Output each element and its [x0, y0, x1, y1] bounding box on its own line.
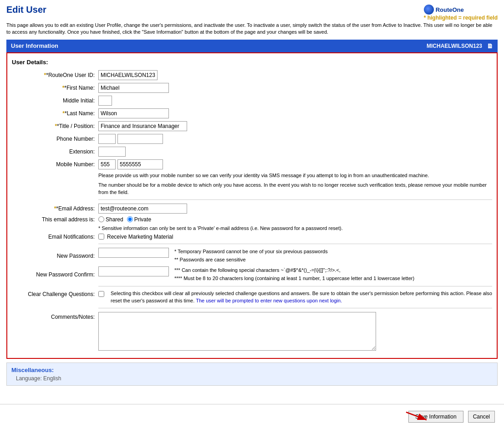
email-shared-radio[interactable] [98, 216, 104, 222]
challenge-field: Selecting this checkbox will clear all p… [98, 290, 492, 304]
firstname-label: **First Name: [12, 85, 98, 91]
email-type-row: This email address is: Shared Private [12, 216, 492, 223]
marketing-checkbox-label[interactable]: Receive Marketing Material [98, 234, 173, 240]
password-notes-extra: *** Can contain the following special ch… [174, 266, 414, 282]
phone-row: Phone Number: [12, 134, 492, 144]
mobile-field [98, 159, 163, 169]
challenge-label-text: Clear Challenge Questions: [28, 291, 95, 297]
email-private-label[interactable]: Private [127, 216, 151, 223]
lastname-input[interactable] [98, 108, 169, 118]
routeone-logo: RouteOne [424, 5, 498, 15]
comments-field [98, 312, 376, 351]
password-confirm-field: *** Can contain the following special ch… [98, 266, 414, 282]
email-notifications-row: Email Notifications: Receive Marketing M… [12, 234, 492, 240]
password-confirm-label: New Password Confirm: [12, 271, 98, 278]
middle-label: Middle Initial: [12, 97, 98, 104]
top-right: RouteOne * highlighted = required field [424, 5, 498, 21]
password-note3: *** Can contain the following special ch… [174, 266, 414, 275]
username-display: MICHAELWILSON123 [427, 43, 482, 49]
email-input[interactable] [98, 204, 187, 214]
mobile-row: Mobile Number: [12, 159, 492, 169]
divider1 [98, 199, 492, 200]
marketing-text: Receive Marketing Material [107, 234, 173, 240]
misc-section: Miscellaneous: Language: English [6, 363, 498, 386]
middle-input[interactable] [98, 96, 112, 106]
section-header: User Information MICHAELWILSON123 🗎 [6, 40, 498, 52]
document-icon[interactable]: 🗎 [487, 42, 493, 50]
password-label: New Password: [12, 253, 98, 259]
extension-input[interactable] [98, 147, 126, 157]
footer-bar: Save Information Cancel [0, 404, 504, 429]
page-wrapper: Edit User RouteOne * highlighted = requi… [0, 0, 504, 429]
phone-area-input[interactable] [98, 134, 116, 144]
userid-label: **RouteOne User ID: [12, 72, 98, 78]
phone-label: Phone Number: [12, 136, 98, 142]
language-label: Language: [16, 375, 42, 382]
email-type-options: Shared Private [98, 216, 151, 223]
challenge-row: Clear Challenge Questions: Selecting thi… [12, 290, 492, 304]
mobile-note2: The number should be for a mobile device… [98, 182, 492, 196]
email-private-radio[interactable] [127, 216, 133, 222]
title-row: **Title / Position: [12, 121, 492, 131]
email-private-text: Private [134, 216, 151, 223]
phone-field [98, 134, 163, 144]
middle-row: Middle Initial: [12, 96, 492, 106]
challenge-text: Selecting this checkbox will clear all p… [111, 290, 492, 304]
userid-field [98, 70, 158, 80]
userid-input[interactable] [98, 70, 158, 80]
marketing-checkbox[interactable] [98, 234, 104, 240]
password-notes: * Temporary Password cannot be one of yo… [174, 248, 328, 264]
user-details-title: User Details: [12, 59, 492, 66]
password-input[interactable] [98, 248, 169, 258]
phone-main-input[interactable] [117, 134, 163, 144]
email-shared-text: Shared [106, 216, 123, 223]
password-note4: **** Must be 8 to 20 characters long (co… [174, 275, 414, 283]
title-label: **Title / Position: [12, 123, 98, 129]
required-note: * highlighted = required field [424, 15, 498, 21]
divider2 [98, 244, 492, 244]
middle-field [98, 96, 112, 106]
arrow-svg [404, 410, 431, 424]
password-confirm-input[interactable] [98, 266, 169, 276]
email-notifications-label: Email Notifications: [12, 234, 98, 240]
page-title: Edit User [6, 5, 46, 15]
misc-language-row: Language: English [16, 375, 493, 382]
title-input[interactable] [98, 121, 187, 131]
email-field-container [98, 204, 187, 214]
mobile-area-input[interactable] [98, 159, 116, 169]
lastname-field [98, 108, 169, 118]
firstname-input[interactable] [98, 83, 169, 93]
mobile-note1: Please provide us with your mobile numbe… [98, 172, 492, 179]
logo-icon [424, 5, 434, 15]
password-confirm-row: New Password Confirm: *** Can contain th… [12, 266, 492, 282]
cancel-button[interactable]: Cancel [468, 411, 495, 423]
title-field [98, 121, 187, 131]
comments-row: Comments/Notes: [12, 312, 492, 351]
comments-textarea[interactable] [98, 312, 376, 351]
challenge-checkbox[interactable] [98, 291, 104, 297]
comments-label: Comments/Notes: [12, 312, 98, 320]
language-value: English [43, 375, 61, 382]
header-right: MICHAELWILSON123 🗎 [427, 42, 493, 50]
logo-text: RouteOne [436, 6, 464, 13]
extension-field [98, 147, 126, 157]
divider4 [98, 308, 492, 308]
email-shared-label[interactable]: Shared [98, 216, 123, 223]
misc-title: Miscellaneous: [11, 367, 493, 373]
extension-label: Extension: [12, 148, 98, 155]
password-note2: ** Passwords are case sensitive [174, 256, 328, 264]
lastname-row: **Last Name: [12, 108, 492, 118]
password-note1: * Temporary Password cannot be one of yo… [174, 248, 328, 256]
top-bar: Edit User RouteOne * highlighted = requi… [6, 5, 498, 21]
page-description: This page allows you to edit an existing… [6, 22, 498, 36]
email-label: **Email Address: [12, 205, 98, 212]
password-field: * Temporary Password cannot be one of yo… [98, 248, 328, 264]
firstname-row: **First Name: [12, 83, 492, 93]
userid-row: **RouteOne User ID: [12, 70, 492, 80]
extension-row: Extension: [12, 147, 492, 157]
challenge-note2: The user will be prompted to enter new q… [196, 298, 342, 303]
mobile-main-input[interactable] [117, 159, 163, 169]
email-row: **Email Address: [12, 204, 492, 214]
lastname-label: **Last Name: [12, 110, 98, 117]
user-details-box: User Details: **RouteOne User ID: **Firs… [6, 52, 498, 359]
